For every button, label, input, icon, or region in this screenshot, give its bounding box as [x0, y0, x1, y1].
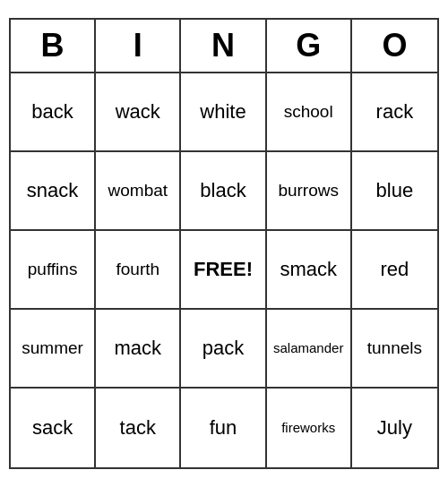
- bingo-cell-3: school: [267, 73, 352, 152]
- bingo-cell-text-19: tunnels: [367, 338, 422, 359]
- bingo-cell-text-12: FREE!: [194, 258, 253, 281]
- bingo-cell-text-4: rack: [376, 100, 414, 124]
- bingo-cell-text-16: mack: [115, 337, 162, 360]
- bingo-cell-text-18: salamander: [273, 340, 343, 356]
- bingo-cell-5: snack: [11, 152, 96, 231]
- bingo-cell-11: fourth: [96, 231, 181, 310]
- bingo-cell-text-22: fun: [210, 416, 237, 440]
- bingo-cell-text-1: wack: [116, 100, 160, 124]
- bingo-cell-13: smack: [267, 231, 352, 310]
- bingo-cell-text-21: tack: [120, 416, 156, 440]
- bingo-cell-14: red: [352, 231, 437, 310]
- bingo-cell-23: fireworks: [267, 389, 352, 467]
- header-letter-b: B: [11, 20, 96, 72]
- bingo-cell-text-24: July: [377, 416, 412, 440]
- bingo-cell-text-0: back: [31, 100, 73, 124]
- bingo-cell-text-5: snack: [27, 179, 78, 202]
- bingo-grid: backwackwhiteschoolracksnackwombatblackb…: [11, 73, 437, 467]
- header-letter-i: I: [96, 20, 181, 72]
- header-letter-n: N: [181, 20, 266, 72]
- bingo-cell-2: white: [181, 73, 266, 152]
- bingo-cell-19: tunnels: [352, 310, 437, 389]
- bingo-cell-text-11: fourth: [116, 260, 159, 280]
- bingo-cell-text-13: smack: [280, 258, 337, 281]
- bingo-header: BINGO: [11, 20, 437, 73]
- bingo-cell-16: mack: [96, 310, 181, 389]
- header-letter-o: O: [352, 20, 437, 72]
- bingo-cell-text-7: black: [200, 179, 246, 202]
- bingo-card: BINGO backwackwhiteschoolracksnackwombat…: [9, 18, 439, 469]
- bingo-cell-text-15: summer: [22, 338, 83, 359]
- bingo-cell-10: puffins: [11, 231, 96, 310]
- bingo-cell-text-14: red: [380, 258, 409, 281]
- bingo-cell-24: July: [352, 389, 437, 467]
- bingo-cell-text-3: school: [284, 102, 333, 123]
- bingo-cell-17: pack: [181, 310, 266, 389]
- bingo-cell-text-17: pack: [202, 337, 244, 360]
- bingo-cell-text-9: blue: [376, 179, 414, 202]
- bingo-cell-12: FREE!: [181, 231, 266, 310]
- bingo-cell-text-6: wombat: [108, 181, 168, 201]
- bingo-cell-9: blue: [352, 152, 437, 231]
- bingo-cell-4: rack: [352, 73, 437, 152]
- header-letter-g: G: [267, 20, 352, 72]
- bingo-cell-22: fun: [181, 389, 266, 467]
- bingo-cell-6: wombat: [96, 152, 181, 231]
- bingo-cell-text-2: white: [200, 100, 246, 124]
- bingo-cell-18: salamander: [267, 310, 352, 389]
- bingo-cell-0: back: [11, 73, 96, 152]
- bingo-cell-text-8: burrows: [278, 181, 339, 201]
- bingo-cell-text-20: sack: [32, 416, 73, 440]
- bingo-cell-15: summer: [11, 310, 96, 389]
- bingo-cell-21: tack: [96, 389, 181, 467]
- bingo-cell-text-10: puffins: [28, 260, 78, 280]
- bingo-cell-1: wack: [96, 73, 181, 152]
- bingo-cell-8: burrows: [267, 152, 352, 231]
- bingo-cell-7: black: [181, 152, 266, 231]
- bingo-cell-20: sack: [11, 389, 96, 467]
- bingo-cell-text-23: fireworks: [281, 420, 335, 436]
